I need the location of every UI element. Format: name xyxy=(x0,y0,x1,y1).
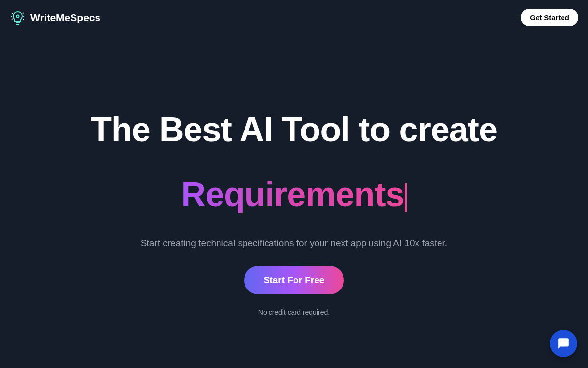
logo-container[interactable]: WriteMeSpecs xyxy=(10,10,100,26)
header: WriteMeSpecs Get Started xyxy=(0,0,588,35)
hero-description: Start creating technical specifications … xyxy=(0,238,588,249)
chat-widget-button[interactable] xyxy=(550,330,577,357)
start-for-free-button[interactable]: Start For Free xyxy=(244,266,344,294)
hero-title: The Best AI Tool to create xyxy=(0,111,588,149)
get-started-button[interactable]: Get Started xyxy=(521,9,578,26)
svg-point-1 xyxy=(17,15,19,17)
lightbulb-icon xyxy=(10,10,25,26)
chat-icon xyxy=(557,337,570,350)
cta-note: No credit card required. xyxy=(0,308,588,316)
hero-section: The Best AI Tool to create Requirements … xyxy=(0,35,588,316)
hero-animated-word: Requirements xyxy=(181,176,407,213)
brand-name: WriteMeSpecs xyxy=(30,12,100,24)
